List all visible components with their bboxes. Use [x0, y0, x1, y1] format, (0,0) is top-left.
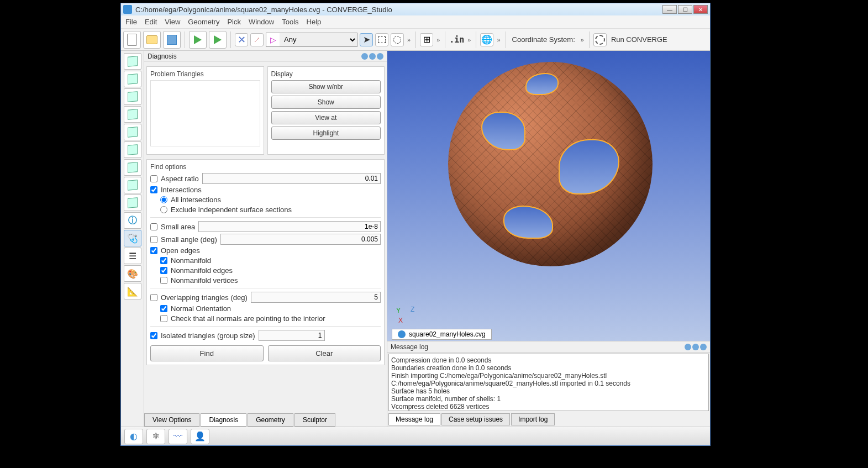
chevron-icon[interactable]: »	[435, 36, 441, 43]
aspect-ratio-checkbox[interactable]	[150, 175, 157, 182]
viewport-file-tab[interactable]: square02_manyHoles.cvg	[392, 329, 492, 340]
chevron-icon[interactable]: »	[466, 36, 472, 43]
message-log-body[interactable]: Compression done in 0.0 seconds Boundari…	[388, 354, 709, 411]
panel-close-icon[interactable]	[377, 53, 383, 60]
menu-view[interactable]: View	[165, 18, 180, 26]
rect-select-button[interactable]	[375, 33, 388, 46]
info-tool[interactable]: ⓘ	[124, 212, 141, 229]
view-tool-1[interactable]	[124, 53, 141, 70]
exclude-indep-radio[interactable]	[160, 206, 167, 213]
save-button[interactable]	[163, 31, 181, 49]
tab-geometry[interactable]: Geometry	[248, 413, 293, 427]
msglog-close-icon[interactable]	[700, 344, 707, 350]
any-select[interactable]: Any	[280, 33, 357, 46]
view-tool-7[interactable]	[124, 159, 141, 176]
wand-tool-button[interactable]: ⟋	[250, 33, 264, 46]
nonmanifold-label: Nonmanifold	[171, 256, 211, 265]
selection-combo[interactable]: ▷ Any	[266, 33, 357, 47]
cursor-button[interactable]: ➤	[360, 33, 373, 46]
small-angle-checkbox[interactable]	[150, 236, 157, 243]
view-tool-4[interactable]	[124, 106, 141, 123]
panel-title-label: Diagnosis	[148, 52, 177, 60]
3d-viewport[interactable]: Y Z X square02_manyHoles.cvg	[387, 51, 710, 341]
overlapping-input[interactable]	[251, 292, 381, 303]
nonmanifold-checkbox[interactable]	[160, 257, 167, 264]
close-button[interactable]: ✕	[693, 5, 708, 14]
tab-import-log[interactable]: Import log	[511, 413, 555, 425]
all-intersections-radio[interactable]	[160, 196, 167, 203]
isolated-checkbox[interactable]	[150, 332, 157, 339]
globe-button[interactable]: 🌐	[480, 33, 493, 46]
cross-tool-button[interactable]: ✕	[235, 33, 248, 46]
nonmanifold-vertices-checkbox[interactable]	[160, 277, 167, 284]
titlebar[interactable]: C:/home/ega/Polygonica/anime/square02_ma…	[121, 3, 710, 15]
measure-tool[interactable]: 📐	[124, 283, 141, 299]
clear-button[interactable]: Clear	[268, 345, 381, 361]
view-at-button[interactable]: View at	[271, 111, 381, 124]
maximize-button[interactable]: ☐	[678, 5, 692, 14]
chevron-icon[interactable]: »	[580, 36, 585, 43]
menu-pick[interactable]: Pick	[227, 18, 241, 26]
import-button[interactable]	[209, 31, 227, 49]
nonmanifold-edges-label: Nonmanifold edges	[171, 266, 233, 275]
statusbar: ◐ ⚛ 〰 👤	[121, 427, 710, 445]
minimize-button[interactable]: —	[662, 5, 677, 14]
view-tool-3[interactable]	[124, 88, 141, 105]
status-btn-2[interactable]: ⚛	[146, 429, 165, 444]
tab-message-log[interactable]: Message log	[388, 413, 440, 425]
file-icon	[398, 330, 406, 338]
open-button[interactable]	[143, 31, 161, 49]
nonmanifold-edges-checkbox[interactable]	[160, 267, 167, 274]
small-area-checkbox[interactable]	[150, 223, 157, 230]
show-button[interactable]: Show	[271, 96, 381, 109]
panel-refresh-icon[interactable]	[369, 53, 376, 60]
grid-button[interactable]: ⊞	[420, 33, 433, 46]
menu-window[interactable]: Window	[249, 18, 274, 26]
menu-file[interactable]: File	[125, 18, 137, 26]
small-angle-input[interactable]	[220, 234, 381, 245]
color-tool[interactable]: 🎨	[124, 265, 141, 282]
find-button[interactable]: Find	[150, 345, 264, 361]
tab-sculptor[interactable]: Sculptor	[294, 413, 335, 427]
circle-select-button[interactable]	[391, 33, 404, 46]
menu-edit[interactable]: Edit	[145, 18, 157, 26]
view-tool-2[interactable]	[124, 71, 141, 87]
new-doc-button[interactable]	[123, 31, 141, 49]
msglog-refresh-icon[interactable]	[692, 344, 699, 350]
view-tool-5[interactable]	[124, 124, 141, 140]
menu-help[interactable]: Help	[307, 18, 322, 26]
open-edges-checkbox[interactable]	[150, 247, 157, 254]
run-converge-label[interactable]: Run CONVERGE	[609, 35, 670, 44]
menu-geometry[interactable]: Geometry	[188, 18, 219, 26]
overlapping-checkbox[interactable]	[150, 294, 157, 301]
aspect-ratio-input[interactable]	[202, 173, 381, 184]
intersections-checkbox[interactable]	[150, 186, 157, 193]
status-btn-1[interactable]: ◐	[124, 429, 143, 444]
tab-view-options[interactable]: View Options	[144, 413, 199, 427]
normal-orient-checkbox[interactable]	[160, 305, 167, 312]
view-tool-6[interactable]	[124, 141, 141, 158]
panel-help-icon[interactable]	[361, 53, 368, 60]
list-tool[interactable]: ☰	[124, 248, 141, 264]
diagnosis-tool[interactable]: 🩺	[124, 230, 141, 246]
highlight-button[interactable]: Highlight	[271, 127, 381, 140]
dotin-label[interactable]: .in	[449, 35, 464, 45]
tab-case-setup[interactable]: Case setup issues	[441, 413, 510, 425]
msglog-help-icon[interactable]	[685, 344, 691, 350]
export-button[interactable]	[189, 31, 207, 49]
chevron-icon[interactable]: »	[406, 36, 412, 43]
menu-tools[interactable]: Tools	[282, 18, 298, 26]
tab-diagnosis[interactable]: Diagnosis	[201, 413, 246, 427]
view-tool-8[interactable]	[124, 177, 141, 193]
isolated-input[interactable]	[259, 330, 325, 341]
check-normals-checkbox[interactable]	[160, 315, 167, 322]
small-area-input[interactable]	[198, 221, 381, 232]
status-btn-3[interactable]: 〰	[169, 429, 187, 444]
status-btn-4[interactable]: 👤	[191, 429, 209, 444]
problem-triangles-list[interactable]	[150, 80, 260, 146]
chevron-icon[interactable]: »	[496, 36, 501, 43]
run-converge-button[interactable]	[593, 33, 607, 46]
view-tool-9[interactable]	[124, 194, 141, 211]
show-wnbr-button[interactable]: Show w/nbr	[271, 80, 381, 93]
message-log-panel: Message log Compression done in 0.0 seco…	[387, 341, 710, 427]
